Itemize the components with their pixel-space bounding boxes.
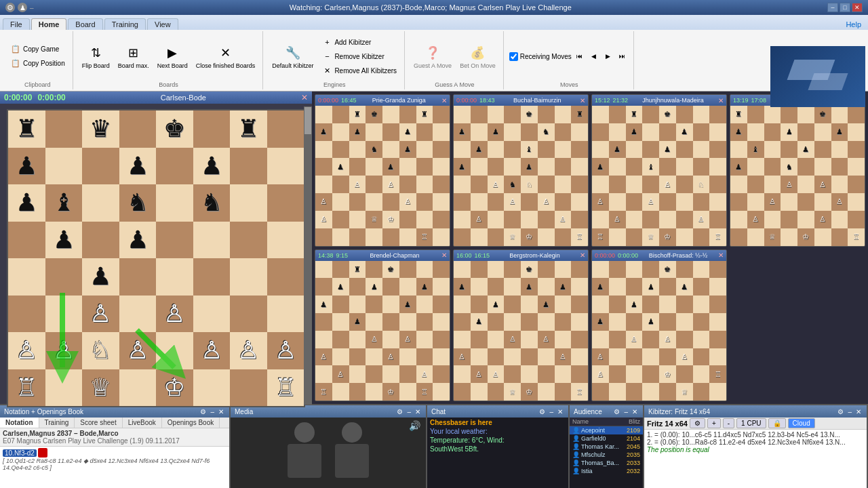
- mini-square-7-6[interactable]: [555, 383, 572, 401]
- mini-square-6-0[interactable]: [730, 211, 747, 228]
- mini-square-3-1[interactable]: [609, 158, 626, 176]
- mini-square-4-4[interactable]: ♘: [521, 176, 538, 193]
- mini-square-3-5[interactable]: [399, 158, 416, 176]
- mini-square-0-2[interactable]: ♜: [626, 106, 643, 123]
- mini-square-7-1[interactable]: [332, 228, 349, 246]
- mini-square-0-0[interactable]: [315, 261, 332, 279]
- mini-square-0-4[interactable]: [382, 106, 399, 123]
- mini-square-7-5[interactable]: [676, 228, 693, 246]
- mini-square-0-5[interactable]: [676, 261, 693, 279]
- mini-square-5-6[interactable]: [555, 193, 572, 211]
- mini-square-2-3[interactable]: ♞: [366, 141, 382, 159]
- mini-square-6-5[interactable]: [676, 211, 693, 228]
- mini-square-7-0[interactable]: [315, 228, 332, 246]
- mini-square-5-1[interactable]: [747, 193, 764, 211]
- mini-square-5-4[interactable]: [382, 193, 399, 211]
- mini-square-7-5[interactable]: ♕: [676, 383, 693, 401]
- mini-square-0-4[interactable]: ♚: [659, 106, 676, 123]
- mini-square-0-6[interactable]: [693, 261, 710, 279]
- square-e3[interactable]: ♙: [156, 296, 193, 333]
- tab-openings[interactable]: Openings Book: [162, 418, 220, 428]
- mini-square-6-2[interactable]: [626, 211, 643, 228]
- mini-square-1-1[interactable]: [471, 278, 488, 296]
- close-button[interactable]: ✕: [852, 3, 863, 12]
- mini-square-6-6[interactable]: ♙: [693, 211, 710, 228]
- mini-square-5-2[interactable]: ♙: [764, 193, 781, 211]
- mini-square-3-0[interactable]: ♟: [454, 158, 471, 176]
- mini-square-3-2[interactable]: [764, 158, 781, 176]
- mini-square-2-6[interactable]: [416, 296, 433, 313]
- mini-square-3-0[interactable]: ♟: [592, 313, 609, 331]
- mini-square-3-0[interactable]: [315, 313, 332, 331]
- mini-square-0-6[interactable]: [416, 261, 433, 279]
- mini-square-0-1[interactable]: [609, 261, 626, 279]
- mini-square-1-3[interactable]: ♟: [642, 278, 659, 296]
- mini-square-6-6[interactable]: ♙: [555, 211, 572, 228]
- mini-square-1-2[interactable]: [626, 278, 643, 296]
- mini-square-5-6[interactable]: ♙: [555, 348, 572, 366]
- mini-square-2-0[interactable]: [454, 141, 471, 159]
- mini-square-4-4[interactable]: [382, 331, 399, 348]
- mini-square-5-3[interactable]: [642, 348, 659, 366]
- mini-square-5-5[interactable]: ♙: [538, 193, 555, 211]
- square-d2[interactable]: ♙: [119, 332, 157, 369]
- square-h2[interactable]: ♙: [267, 332, 304, 369]
- mini-square-6-7[interactable]: [433, 365, 450, 383]
- mini-square-5-3[interactable]: ♙: [642, 193, 659, 211]
- mini-square-2-3[interactable]: [504, 296, 521, 313]
- mini-square-2-6[interactable]: [555, 296, 572, 313]
- mini-square-4-7[interactable]: [848, 176, 865, 193]
- mini-square-3-6[interactable]: [416, 313, 433, 331]
- mini-square-3-3[interactable]: ♟: [642, 313, 659, 331]
- mini-square-6-0[interactable]: ♙: [592, 365, 609, 383]
- mini-square-2-2[interactable]: ♟: [626, 296, 643, 313]
- mini-square-5-0[interactable]: [730, 193, 747, 211]
- mini-square-0-1[interactable]: [471, 261, 488, 279]
- tab-board[interactable]: Board: [68, 18, 102, 30]
- mini-square-6-3[interactable]: ♕: [366, 211, 382, 228]
- square-g3[interactable]: [230, 296, 267, 333]
- square-b3[interactable]: [45, 296, 83, 333]
- mini-square-4-4[interactable]: ♙: [659, 331, 676, 348]
- mini-square-7-3[interactable]: ♕: [504, 228, 521, 246]
- tab-file[interactable]: File: [3, 18, 30, 30]
- chat-close-button[interactable]: ✕: [556, 408, 564, 415]
- mini-square-3-6[interactable]: [555, 158, 572, 176]
- mini-square-6-0[interactable]: [454, 365, 471, 383]
- mini-square-7-7[interactable]: [709, 383, 726, 401]
- mini-square-2-1[interactable]: ♟: [609, 141, 626, 159]
- kibitzer-close-button[interactable]: ✕: [854, 408, 863, 415]
- mini-square-1-1[interactable]: [471, 123, 488, 141]
- tab-livebook[interactable]: LiveBook: [123, 418, 162, 428]
- audience-settings-button[interactable]: ⚙: [612, 408, 621, 415]
- square-a7[interactable]: ♟: [8, 148, 45, 185]
- mini-square-6-1[interactable]: ♙: [747, 211, 764, 228]
- tab-training[interactable]: Training: [104, 18, 146, 30]
- mini-square-4-5[interactable]: [399, 176, 416, 193]
- mini-square-2-2[interactable]: [488, 141, 505, 159]
- chess-board[interactable]: ♜♛♚♜♟♟♟♟♝♞♞♟♟♟♙♙♙♙♘♙♙♙♙♖♕♔♖: [7, 109, 305, 407]
- square-h4[interactable]: [267, 258, 304, 296]
- mini-chess-board-2[interactable]: ♚♜♟♟♞♟♝♟♟♙♞♘♙♙♙♙♕♔♖: [454, 106, 588, 246]
- mini-square-6-5[interactable]: [538, 211, 555, 228]
- square-a1[interactable]: ♖: [8, 369, 45, 407]
- square-f4[interactable]: [193, 258, 231, 296]
- square-e6[interactable]: [156, 184, 193, 222]
- mini-square-2-2[interactable]: [349, 141, 366, 159]
- mini-square-0-0[interactable]: [592, 106, 609, 123]
- mini-square-1-4[interactable]: ♟: [521, 278, 538, 296]
- mini-square-5-7[interactable]: [709, 348, 726, 366]
- mini-square-4-6[interactable]: [555, 331, 572, 348]
- mini-board-1[interactable]: 0:00:0016:45Prie-Granda Zuniga✕♜♚♜♟♟♟♞♟♟…: [315, 94, 450, 247]
- mini-square-3-2[interactable]: [626, 313, 643, 331]
- mini-square-2-0[interactable]: [592, 141, 609, 159]
- mini-square-5-6[interactable]: [693, 348, 710, 366]
- square-a4[interactable]: [8, 258, 45, 296]
- default-kibitzer-button[interactable]: 🔧 Default Kibitzer: [269, 41, 317, 71]
- mini-square-0-7[interactable]: [709, 106, 726, 123]
- square-b4[interactable]: [45, 258, 83, 296]
- mini-square-6-4[interactable]: ♔: [659, 365, 676, 383]
- mini-square-1-7[interactable]: [571, 278, 588, 296]
- mini-square-3-6[interactable]: [693, 313, 710, 331]
- mini-square-4-1[interactable]: [332, 176, 349, 193]
